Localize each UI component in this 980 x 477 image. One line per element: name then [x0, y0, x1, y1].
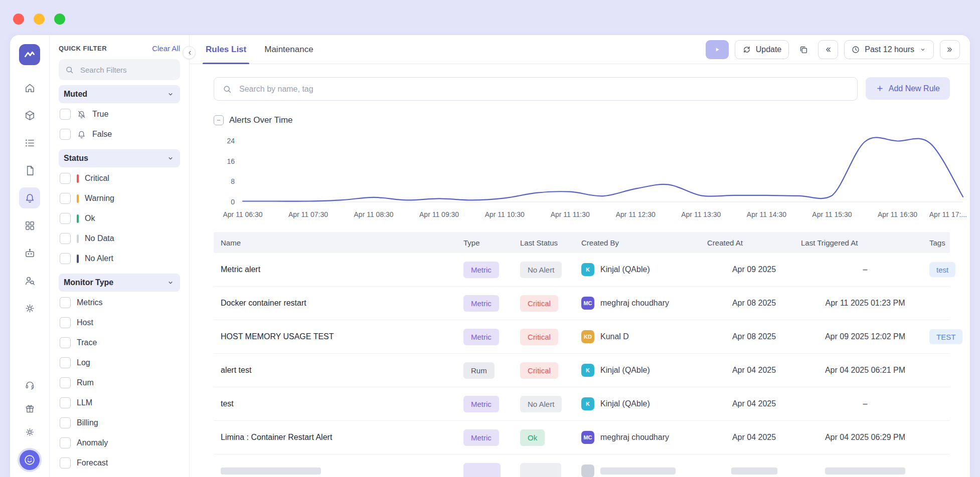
- checkbox[interactable]: [60, 357, 71, 368]
- minimize-button[interactable]: [34, 14, 45, 25]
- app-logo[interactable]: [19, 44, 40, 65]
- document-nav-item[interactable]: [19, 160, 40, 181]
- avatar: K: [581, 364, 594, 377]
- checkbox[interactable]: [60, 397, 71, 408]
- checkbox[interactable]: [60, 297, 71, 308]
- checkbox[interactable]: [60, 337, 71, 348]
- filter-item-rum[interactable]: Rum: [59, 373, 180, 393]
- table-row[interactable]: Limina : Container Restart Alert Metric …: [214, 421, 950, 454]
- checkbox[interactable]: [60, 457, 71, 468]
- copy-button[interactable]: [795, 40, 812, 59]
- collapse-right-button[interactable]: [940, 40, 960, 59]
- user-search-nav-item[interactable]: [19, 270, 40, 291]
- rule-type-cell: Metric: [463, 295, 520, 312]
- table-row[interactable]: HOST MEMORY USAGE TEST Metric Critical K…: [214, 320, 950, 354]
- add-new-rule-button[interactable]: Add New Rule: [866, 77, 950, 100]
- filter-item-critical[interactable]: Critical: [59, 168, 180, 188]
- content-area: Add New Rule Alerts Over Time 081624Apr …: [190, 64, 970, 477]
- time-range-dropdown[interactable]: Past 12 hours: [844, 40, 934, 59]
- svg-text:Apr 11 09:30: Apr 11 09:30: [419, 210, 459, 218]
- created-by-cell: K Kinjal (QAble): [581, 263, 707, 276]
- chart-collapse-button[interactable]: [214, 115, 224, 125]
- tag-badge[interactable]: test: [929, 262, 955, 277]
- filter-section-monitor-type[interactable]: Monitor Type: [59, 274, 180, 292]
- filter-item-anomaly[interactable]: Anomaly: [59, 433, 180, 453]
- bell-nav-item[interactable]: [19, 187, 40, 208]
- update-label: Update: [756, 45, 782, 54]
- checkbox[interactable]: [60, 317, 71, 328]
- svg-text:Apr 11 10:30: Apr 11 10:30: [485, 210, 525, 218]
- created-by-name: Kunal D: [600, 332, 629, 341]
- checkbox[interactable]: [60, 213, 71, 224]
- filter-item-label: No Alert: [85, 254, 113, 263]
- filter-item-false[interactable]: False: [59, 124, 180, 144]
- list-icon: [24, 137, 36, 149]
- filter-section-muted[interactable]: Muted: [59, 85, 180, 103]
- gift-nav-item[interactable]: [20, 399, 39, 418]
- list-nav-item[interactable]: [19, 132, 40, 153]
- filter-item-true[interactable]: True: [59, 104, 180, 124]
- column-header-created-by[interactable]: Created By: [581, 238, 707, 247]
- gear-nav-item[interactable]: [20, 422, 39, 441]
- tag-badge[interactable]: TEST: [929, 329, 962, 344]
- column-header-tags[interactable]: Tags: [929, 238, 950, 247]
- column-header-last-status[interactable]: Last Status: [520, 238, 581, 247]
- filter-item-forecast[interactable]: Forecast: [59, 453, 180, 473]
- clear-all-button[interactable]: Clear All: [152, 44, 180, 53]
- checkbox[interactable]: [60, 253, 71, 264]
- filter-item-no-data[interactable]: No Data: [59, 228, 180, 249]
- gear-nav-item[interactable]: [19, 298, 40, 319]
- close-button[interactable]: [13, 14, 24, 25]
- table-row[interactable]: Metric alert Metric No Alert K Kinjal (Q…: [214, 253, 950, 287]
- checkbox[interactable]: [60, 129, 71, 140]
- table-row[interactable]: alert test Rum Critical K Kinjal (QAble)…: [214, 354, 950, 387]
- table-row-partial: [214, 454, 950, 477]
- checkbox[interactable]: [60, 437, 71, 448]
- user-search-icon: [24, 275, 36, 287]
- column-header-type[interactable]: Type: [463, 238, 520, 247]
- home-nav-item[interactable]: [19, 77, 40, 98]
- rules-search[interactable]: [214, 77, 858, 101]
- filter-item-host[interactable]: Host: [59, 313, 180, 333]
- tab-rules-list[interactable]: Rules List: [197, 35, 255, 64]
- table-row[interactable]: Docker container restart Metric Critical…: [214, 287, 950, 320]
- column-header-name[interactable]: Name: [214, 238, 463, 247]
- rules-search-input[interactable]: [238, 84, 849, 94]
- checkbox[interactable]: [60, 377, 71, 388]
- collapse-panel-button[interactable]: [183, 46, 196, 59]
- headset-nav-item[interactable]: [20, 375, 39, 394]
- zoom-button[interactable]: [54, 14, 65, 25]
- filter-item-llm[interactable]: LLM: [59, 393, 180, 413]
- column-header-last-triggered-at[interactable]: Last Triggered At: [801, 238, 929, 247]
- header-actions: Update Past 12 hours: [706, 40, 960, 59]
- checkbox[interactable]: [60, 173, 71, 184]
- user-avatar[interactable]: [20, 450, 40, 470]
- filter-item-warning[interactable]: Warning: [59, 188, 180, 208]
- checkbox[interactable]: [60, 233, 71, 244]
- tab-maintenance[interactable]: Maintenance: [255, 35, 322, 64]
- grid-nav-item[interactable]: [19, 215, 40, 236]
- filter-item-no-alert[interactable]: No Alert: [59, 249, 180, 269]
- filter-section-status[interactable]: Status: [59, 149, 180, 167]
- checkbox[interactable]: [60, 109, 71, 120]
- plus-icon: [876, 84, 884, 93]
- filter-item-trace[interactable]: Trace: [59, 333, 180, 353]
- created-at-cell: Apr 04 2025: [707, 366, 801, 375]
- filter-item-ok[interactable]: Ok: [59, 208, 180, 228]
- collapse-left-button[interactable]: [818, 40, 838, 59]
- run-button[interactable]: [706, 40, 729, 59]
- table-row[interactable]: test Metric No Alert K Kinjal (QAble) Ap…: [214, 387, 950, 421]
- main-area: Rules List Maintenance Update Pa: [190, 35, 970, 477]
- filter-item-billing[interactable]: Billing: [59, 413, 180, 433]
- update-button[interactable]: Update: [735, 40, 789, 59]
- bot-nav-item[interactable]: [19, 243, 40, 264]
- column-header-created-at[interactable]: Created At: [707, 238, 801, 247]
- filter-search[interactable]: [59, 59, 180, 80]
- filter-item-log[interactable]: Log: [59, 353, 180, 373]
- filter-item-label: True: [92, 110, 108, 119]
- cube-nav-item[interactable]: [19, 105, 40, 126]
- filter-search-input[interactable]: [79, 65, 174, 75]
- checkbox[interactable]: [60, 193, 71, 204]
- checkbox[interactable]: [60, 417, 71, 428]
- filter-item-metrics[interactable]: Metrics: [59, 293, 180, 313]
